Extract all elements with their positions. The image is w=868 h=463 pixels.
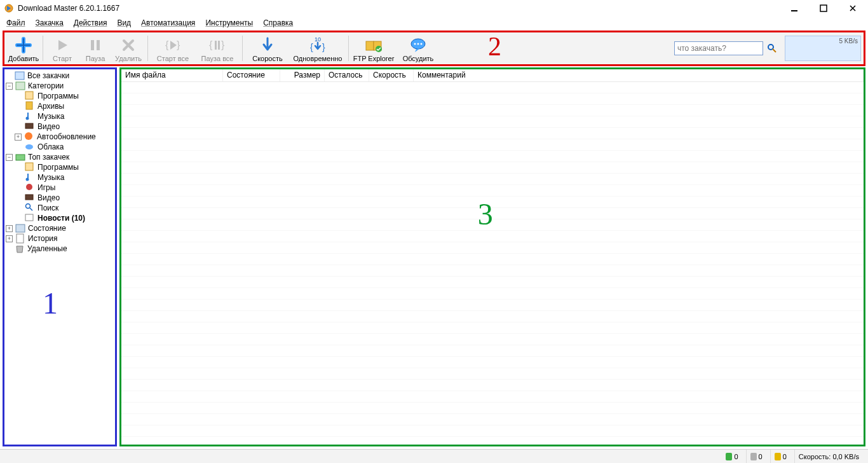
search-icon: [25, 203, 35, 213]
category-tree[interactable]: Все закачки − Категории Программы Архивы…: [4, 69, 115, 255]
svg-point-21: [768, 45, 773, 50]
sidebar: Все закачки − Категории Программы Архивы…: [3, 67, 117, 446]
discuss-button[interactable]: Обсудить: [396, 33, 440, 64]
svg-rect-37: [16, 225, 25, 232]
video-icon: [25, 121, 35, 132]
add-button[interactable]: Добавить: [7, 33, 40, 64]
svg-point-29: [25, 144, 33, 149]
menu-automation[interactable]: Автоматизация: [137, 17, 199, 29]
down-arrow-icon: [261, 36, 275, 55]
concurrent-icon: 10 { }: [308, 36, 327, 55]
speed-graph[interactable]: 5 KB/s: [785, 36, 861, 61]
tree-news[interactable]: Новости (10): [4, 213, 115, 223]
col-comment[interactable]: Комментарий: [414, 69, 864, 81]
svg-rect-23: [16, 82, 25, 90]
svg-text:}: }: [322, 42, 325, 52]
list-body[interactable]: [121, 82, 864, 445]
menu-download[interactable]: Закачка: [32, 17, 67, 29]
start-all-button[interactable]: {} Старт все: [151, 33, 195, 64]
svg-rect-9: [218, 41, 220, 50]
tree-top-music[interactable]: Музыка: [4, 172, 115, 183]
tree-categories[interactable]: − Категории: [4, 81, 115, 91]
program-icon: [25, 91, 35, 101]
tree-cat-archives[interactable]: Архивы: [4, 101, 115, 111]
start-button[interactable]: Старт: [46, 33, 79, 64]
search-icon[interactable]: [767, 43, 777, 53]
tree-cat-music[interactable]: Музыка: [4, 111, 115, 121]
pause-icon: [88, 36, 102, 55]
menu-actions[interactable]: Действия: [70, 17, 111, 29]
tree-top-downloads[interactable]: − Топ закачек: [4, 152, 115, 162]
tree-cat-video[interactable]: Видео: [4, 121, 115, 132]
svg-point-33: [26, 184, 32, 190]
window-title: Download Master 6.20.1.1667: [18, 4, 787, 13]
ftp-explorer-button[interactable]: FTP Explorer: [351, 33, 396, 64]
music-icon: [25, 111, 35, 121]
minimize-button[interactable]: [787, 2, 802, 15]
col-remaining[interactable]: Осталось: [325, 69, 369, 81]
history-icon: [15, 233, 25, 244]
window-controls: [787, 2, 864, 15]
plus-icon: [15, 36, 32, 55]
svg-rect-3: [91, 40, 94, 50]
annotation-1: 1: [43, 286, 58, 321]
expand-icon[interactable]: +: [15, 134, 22, 141]
search-input[interactable]: [674, 41, 763, 55]
speed-button[interactable]: Скорость: [245, 33, 290, 64]
tree-cat-clouds[interactable]: Облака: [4, 142, 115, 152]
tree-cat-programs[interactable]: Программы: [4, 91, 115, 101]
svg-text:}: }: [221, 39, 225, 50]
annotation-2: 2: [488, 31, 501, 62]
col-filename[interactable]: Имя файла: [121, 69, 223, 81]
menu-tools[interactable]: Инструменты: [201, 17, 257, 29]
concurrent-button[interactable]: 10 { } Одновременно: [290, 33, 346, 64]
svg-rect-34: [25, 195, 33, 200]
tree-top-search[interactable]: Поиск: [4, 203, 115, 213]
svg-rect-22: [15, 72, 24, 79]
svg-rect-1: [791, 10, 797, 11]
collapse-icon[interactable]: −: [6, 83, 13, 90]
svg-rect-24: [25, 92, 33, 99]
col-state[interactable]: Состояние: [223, 69, 280, 81]
tree-deleted[interactable]: Удаленные: [4, 244, 115, 254]
tree-top-programs[interactable]: Программы: [4, 162, 115, 172]
delete-icon: [121, 36, 135, 55]
download-list: Имя файла Состояние Размер Осталось Скор…: [119, 67, 865, 446]
tree-top-video[interactable]: Видео: [4, 193, 115, 203]
status-paused: 0: [770, 450, 790, 463]
col-size[interactable]: Размер: [280, 69, 325, 81]
col-speed[interactable]: Скорость: [369, 69, 414, 81]
pause-all-button[interactable]: {} Пауза все: [195, 33, 240, 64]
maximize-button[interactable]: [816, 2, 831, 15]
svg-rect-4: [97, 40, 100, 50]
delete-button[interactable]: Удалить: [112, 33, 145, 64]
expand-icon[interactable]: +: [6, 235, 13, 242]
tree-state[interactable]: + Состояние: [4, 223, 115, 233]
close-button[interactable]: [845, 2, 860, 15]
toolbar-separator: [43, 36, 43, 61]
ftp-icon: [365, 36, 383, 55]
svg-point-18: [414, 43, 416, 45]
svg-rect-14: [366, 41, 374, 50]
svg-point-28: [25, 132, 32, 140]
pause-button[interactable]: Пауза: [79, 33, 112, 64]
collapse-icon[interactable]: −: [6, 154, 13, 161]
folder-icon: [15, 81, 25, 91]
menu-view[interactable]: Вид: [113, 17, 135, 29]
expand-icon[interactable]: +: [6, 225, 13, 232]
archive-icon: [25, 101, 35, 111]
tree-history[interactable]: + История: [4, 233, 115, 244]
svg-point-26: [26, 117, 29, 120]
state-icon: [15, 223, 25, 233]
svg-rect-27: [25, 123, 33, 128]
menu-help[interactable]: Справка: [259, 17, 297, 29]
speed-rate-label: 5 KB/s: [839, 38, 858, 45]
toolbar: Добавить Старт Пауза Удалить {} Старт вс…: [4, 32, 864, 64]
menu-bar: Файл Закачка Действия Вид Автоматизация …: [0, 17, 868, 29]
list-icon: [15, 71, 25, 81]
tree-top-games[interactable]: Игры: [4, 183, 115, 193]
tree-cat-autoupdate[interactable]: +Автообновление: [4, 132, 115, 142]
menu-file[interactable]: Файл: [3, 17, 29, 29]
list-header[interactable]: Имя файла Состояние Размер Осталось Скор…: [121, 69, 864, 82]
tree-all-downloads[interactable]: Все закачки: [4, 71, 115, 81]
